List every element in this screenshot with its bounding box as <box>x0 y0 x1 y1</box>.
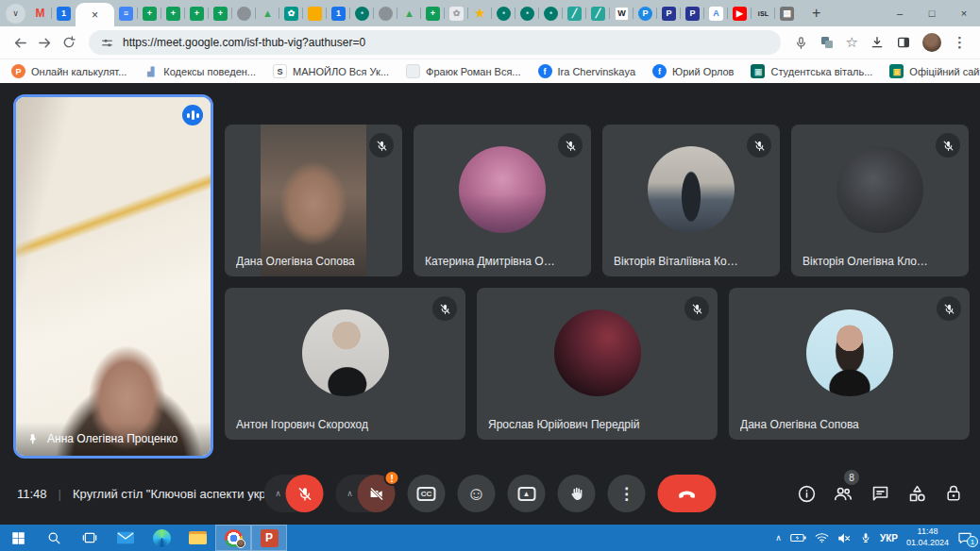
browser-tab[interactable]: ▶ <box>728 0 752 26</box>
participant-tile[interactable]: Дана Олегівна Сопова <box>729 288 970 440</box>
action-center-button[interactable]: 1 <box>957 531 972 544</box>
browser-tab[interactable]: • <box>350 0 374 26</box>
browser-tab[interactable]: 1 <box>327 0 350 26</box>
file-explorer-app[interactable] <box>179 525 215 551</box>
participant-tile[interactable]: Ярослав Юрійович Передрій <box>477 288 718 440</box>
bookmark[interactable]: ▟ Кодексы поведен... <box>144 64 256 78</box>
bookmark[interactable]: f Юрий Орлов <box>652 64 734 78</box>
powerpoint-app[interactable]: P <box>251 525 287 551</box>
browser-tab[interactable]: • <box>492 0 515 26</box>
meeting-details-button[interactable] <box>795 482 818 505</box>
present-button[interactable]: ▲ <box>508 475 546 512</box>
browser-tab[interactable]: + <box>209 0 232 26</box>
participants-button[interactable]: 8 <box>832 482 854 505</box>
maximize-button[interactable]: □ <box>916 0 948 26</box>
browser-tab[interactable]: ╱ <box>586 0 610 26</box>
reload-button[interactable] <box>57 30 81 55</box>
back-button[interactable] <box>8 30 32 55</box>
microphone-permission-icon[interactable] <box>794 36 808 50</box>
raise-hand-button[interactable] <box>558 475 596 512</box>
info-icon <box>797 484 817 504</box>
tray-overflow-button[interactable]: ∧ <box>775 533 782 543</box>
chat-button[interactable] <box>869 482 891 505</box>
side-panel-icon[interactable] <box>896 35 911 50</box>
end-call-button[interactable] <box>658 475 717 512</box>
language-indicator[interactable]: УКР <box>880 533 898 543</box>
host-controls-button[interactable] <box>942 482 965 505</box>
minimize-button[interactable]: – <box>884 0 916 26</box>
browser-tab[interactable]: + <box>161 0 185 26</box>
camera-toggle-button[interactable]: ! <box>358 475 396 512</box>
translate-icon[interactable] <box>819 35 835 50</box>
edge-app[interactable] <box>144 525 179 551</box>
participant-tile[interactable]: Антон Ігорович Скороход <box>225 288 465 440</box>
camera-options-chevron[interactable]: ∧ <box>343 489 358 498</box>
wifi-icon[interactable] <box>815 532 829 543</box>
browser-tab[interactable]: P <box>657 0 681 26</box>
bookmark[interactable]: S МАНОЙЛО Вся Ук... <box>273 64 389 78</box>
browser-tab[interactable]: P <box>634 0 657 26</box>
browser-tab[interactable]: × <box>76 3 114 26</box>
mic-off-icon <box>937 296 961 321</box>
new-tab-button[interactable]: + <box>806 5 826 22</box>
task-view-button[interactable] <box>72 525 108 551</box>
browser-tab[interactable]: M <box>28 0 52 26</box>
captions-button[interactable]: CC <box>408 475 446 512</box>
browser-tab[interactable]: + <box>421 0 445 26</box>
profile-avatar[interactable] <box>922 33 941 52</box>
mic-toggle-button[interactable] <box>286 475 324 512</box>
chrome-app[interactable] <box>215 525 251 551</box>
start-button[interactable] <box>0 525 36 551</box>
bookmark-favicon: ▟ <box>144 64 158 78</box>
browser-tab[interactable]: P <box>681 0 704 26</box>
tab-favicon: P <box>638 7 652 21</box>
more-options-button[interactable]: ⋮ <box>608 475 646 512</box>
reactions-button[interactable]: ☺ <box>458 475 496 512</box>
downloads-button[interactable] <box>870 35 885 50</box>
browser-tab[interactable]: + <box>185 0 209 26</box>
browser-tab[interactable]: ✿ <box>445 0 468 26</box>
tray-mic-icon[interactable] <box>860 531 871 544</box>
browser-tab[interactable]: • <box>515 0 539 26</box>
bookmark-star-icon[interactable]: ☆ <box>846 34 858 51</box>
participant-tile[interactable]: Вікторія Віталіївна Кондрацька <box>602 125 780 276</box>
browser-tab[interactable]: ▲ <box>397 0 421 26</box>
bookmark[interactable]: Фраюк Роман Вся... <box>406 64 520 78</box>
bookmark[interactable]: P Онлайн калькулят... <box>11 64 127 78</box>
self-view-tile[interactable]: Анна Олегівна Проценко <box>13 94 213 459</box>
participant-tile[interactable]: Дана Олегівна Сопова <box>225 125 402 276</box>
browser-tab[interactable]: iSL <box>752 0 775 26</box>
browser-tab[interactable]: A <box>704 0 728 26</box>
participant-tile[interactable]: Катерина Дмитрівна Откідич <box>414 125 591 276</box>
search-button[interactable] <box>36 525 72 551</box>
browser-tab[interactable] <box>374 0 397 26</box>
clock[interactable]: 11:48 01.04.2024 <box>906 526 949 548</box>
mail-app[interactable] <box>108 525 144 551</box>
browser-tab[interactable]: 1 <box>52 0 76 26</box>
browser-tab[interactable] <box>232 0 256 26</box>
bookmark[interactable]: f Ira Chervinskaya <box>538 64 636 78</box>
url-bar[interactable]: https://meet.google.com/isf-thub-vig?aut… <box>89 30 781 55</box>
close-button[interactable]: × <box>948 0 980 26</box>
mic-options-chevron[interactable]: ∧ <box>271 489 286 498</box>
browser-tab[interactable] <box>303 0 327 26</box>
battery-icon[interactable] <box>790 532 806 543</box>
forward-button[interactable] <box>32 30 57 55</box>
activities-button[interactable] <box>905 482 928 505</box>
browser-tab[interactable]: • <box>539 0 563 26</box>
browser-tab[interactable]: ≡ <box>114 0 138 26</box>
participant-tile[interactable]: Вікторія Олегівна Клочай <box>791 125 969 276</box>
browser-tab[interactable]: ╱ <box>563 0 586 26</box>
emoji-icon: ☺ <box>466 484 485 503</box>
bookmark[interactable]: ▣ Студентська віталь... <box>751 64 872 78</box>
browser-tab[interactable]: ▲ <box>256 0 279 26</box>
tab-search-button[interactable]: ∨ <box>6 4 25 24</box>
browser-tab[interactable]: + <box>138 0 161 26</box>
bookmark[interactable]: ▣ Офіційний сайт Уп... <box>889 64 980 78</box>
browser-tab[interactable]: W <box>610 0 634 26</box>
browser-menu-button[interactable]: ⋮ <box>953 34 967 51</box>
browser-tab[interactable]: ▤ <box>775 0 799 26</box>
browser-tab[interactable]: ✿ <box>279 0 303 26</box>
speaker-muted-icon[interactable] <box>837 532 852 544</box>
browser-tab[interactable]: ★ <box>468 0 492 26</box>
